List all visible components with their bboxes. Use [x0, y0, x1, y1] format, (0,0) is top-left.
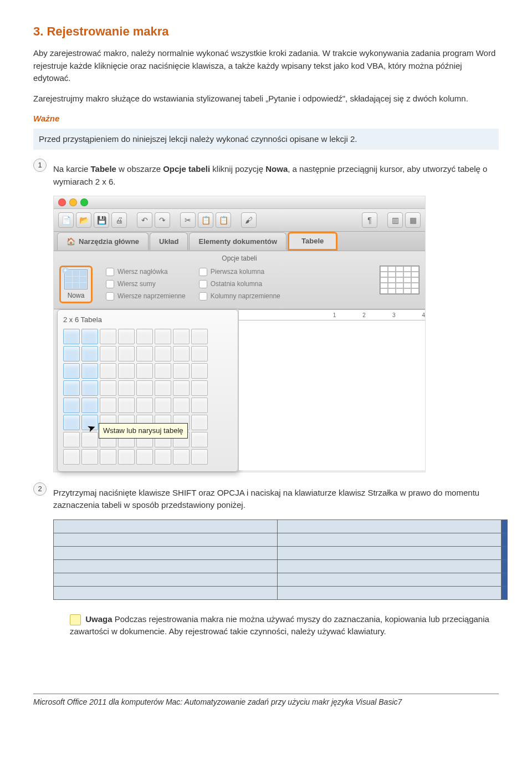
grid-cell[interactable] [191, 415, 208, 430]
grid-cell[interactable] [63, 380, 80, 396]
checkbox-banded-rows[interactable] [106, 292, 114, 300]
grid-cell[interactable] [100, 380, 116, 396]
grid-cell[interactable] [118, 329, 135, 344]
grid-cell[interactable] [191, 432, 208, 447]
tab-elements[interactable]: Elementy dokumentów [189, 232, 287, 251]
gallery-icon[interactable]: ▦ [405, 212, 421, 228]
grid-cell[interactable] [63, 432, 80, 447]
page-footer: Microsoft Office 2011 dla komputerów Mac… [33, 694, 499, 708]
grid-cell[interactable] [118, 449, 135, 465]
grid-cell[interactable] [191, 329, 208, 344]
grid-cell[interactable] [191, 346, 208, 361]
grid-cell[interactable] [173, 380, 190, 396]
grid-cell[interactable] [118, 398, 135, 413]
close-icon[interactable] [58, 198, 66, 206]
step-number-1: 1 [33, 159, 47, 172]
pilcrow-icon[interactable]: ¶ [362, 212, 377, 228]
grid-cell[interactable] [63, 346, 80, 361]
note-icon [70, 614, 81, 625]
grid-cell[interactable] [63, 363, 80, 379]
redo-icon[interactable]: ↷ [155, 212, 170, 228]
grid-cell[interactable] [155, 346, 171, 361]
grid-cell[interactable] [81, 398, 98, 413]
word-screenshot: 📄 📂 💾 🖨 ↶ ↷ ✂ 📋 📋 🖌 ¶ ▥ ▦ 🏠Na [53, 196, 426, 472]
grid-cell[interactable] [155, 449, 171, 465]
cut-icon[interactable]: ✂ [180, 212, 196, 228]
grid-cell[interactable] [81, 329, 98, 344]
grid-icon: + [64, 269, 88, 289]
open-icon[interactable]: 📂 [76, 212, 91, 228]
copy-icon[interactable]: 📋 [198, 212, 213, 228]
sidebar-icon[interactable]: ▥ [387, 212, 403, 228]
grid-cell[interactable] [63, 449, 80, 465]
grid-cell[interactable] [173, 398, 190, 413]
grid-cell[interactable] [81, 363, 98, 379]
grid-cell[interactable] [118, 363, 135, 379]
new-table-button[interactable]: + Nowa [59, 266, 93, 303]
grid-cell[interactable] [81, 449, 98, 465]
intro-paragraph-2: Zarejestrujmy makro służące do wstawiani… [33, 93, 499, 105]
tab-tables[interactable]: Tabele [288, 232, 337, 251]
grid-cell[interactable] [173, 363, 190, 379]
grid-cell[interactable] [155, 363, 171, 379]
undo-icon[interactable]: ↶ [137, 212, 152, 228]
grid-cell[interactable] [118, 346, 135, 361]
tab-home[interactable]: 🏠Narzędzia główne [57, 232, 149, 251]
grid-cell[interactable] [136, 380, 153, 396]
grid-cell[interactable] [155, 380, 171, 396]
grid-cell[interactable] [100, 398, 116, 413]
format-painter-icon[interactable]: 🖌 [241, 212, 257, 228]
grid-cell[interactable] [100, 363, 116, 379]
step-number-2: 2 [33, 482, 47, 496]
grid-size-label: 2 x 6 Tabela [63, 314, 232, 325]
grid-cell[interactable] [173, 449, 190, 465]
insert-table-grid-panel: 2 x 6 Tabela ➤ Wstaw lub narysuj tabelę [57, 309, 238, 472]
grid-cell[interactable] [191, 449, 208, 465]
save-icon[interactable]: 💾 [94, 212, 109, 228]
checkbox-column-2: Pierwsza kolumna Ostatnia kolumna Kolumn… [199, 266, 280, 301]
grid-cell[interactable] [81, 346, 98, 361]
paste-icon[interactable]: 📋 [216, 212, 231, 228]
grid-cell[interactable] [155, 329, 171, 344]
grid-cell[interactable] [136, 329, 153, 344]
tab-layout[interactable]: Układ [150, 232, 188, 251]
plus-icon: + [62, 267, 69, 274]
grid-cell[interactable] [136, 398, 153, 413]
grid-cell[interactable] [81, 380, 98, 396]
print-icon[interactable]: 🖨 [111, 212, 127, 228]
checkbox-last-col[interactable] [199, 280, 207, 288]
grid-cell[interactable] [136, 449, 153, 465]
group-label-opcje-tabeli: Opcje tabeli [54, 252, 425, 264]
grid-cell[interactable] [155, 398, 171, 413]
table-style-preview[interactable] [380, 266, 420, 294]
step-2-text: Przytrzymaj naciśnięte klawisze SHIFT or… [53, 487, 508, 512]
checkbox-total-row[interactable] [106, 280, 114, 288]
checkbox-first-col[interactable] [199, 268, 207, 276]
grid-cell[interactable] [136, 346, 153, 361]
ribbon-tabs: 🏠Narzędzia główne Układ Elementy dokumen… [54, 232, 425, 251]
ruler: 1 2 3 4 [239, 309, 425, 320]
table-size-grid[interactable] [63, 329, 232, 465]
grid-cell[interactable] [173, 346, 190, 361]
grid-cell[interactable] [191, 398, 208, 413]
grid-cell[interactable] [191, 363, 208, 379]
grid-cell[interactable] [100, 346, 116, 361]
document-area: 1 2 3 4 [238, 309, 425, 470]
grid-cell[interactable] [136, 363, 153, 379]
grid-cell[interactable] [118, 380, 135, 396]
grid-cell[interactable] [100, 449, 116, 465]
grid-cell[interactable] [63, 415, 80, 430]
checkbox-column-1: Wiersz nagłówka Wiersz sumy Wiersze napr… [106, 266, 186, 301]
step-2: 2 Przytrzymaj naciśnięte klawisze SHIFT … [33, 482, 499, 660]
checkbox-banded-cols[interactable] [199, 292, 207, 300]
grid-cell[interactable] [63, 398, 80, 413]
grid-cell[interactable] [100, 329, 116, 344]
grid-cell[interactable] [191, 380, 208, 396]
zoom-icon[interactable] [80, 198, 88, 206]
grid-cell[interactable] [173, 329, 190, 344]
checkbox-header-row[interactable] [106, 268, 114, 276]
new-doc-icon[interactable]: 📄 [58, 212, 74, 228]
minimize-icon[interactable] [69, 198, 77, 206]
grid-cell[interactable] [63, 329, 80, 344]
important-note: Przed przystąpieniem do niniejszej lekcj… [33, 129, 499, 150]
